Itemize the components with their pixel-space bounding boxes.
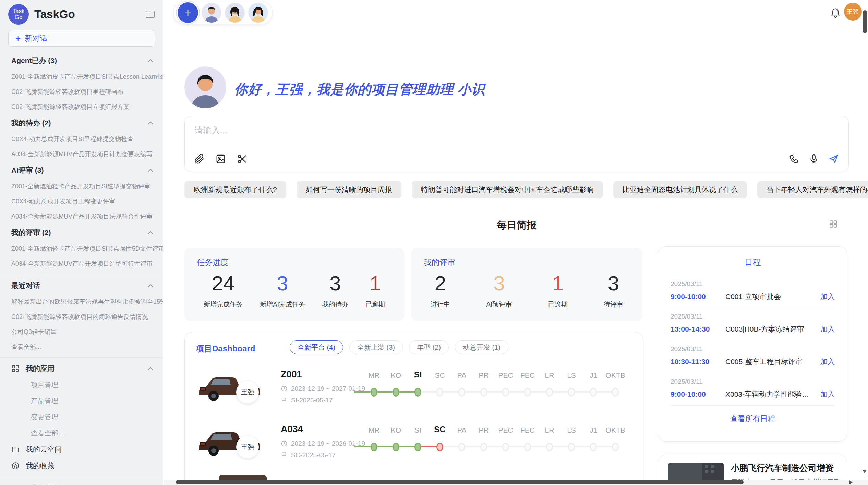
- milestone-dot: [436, 388, 443, 397]
- list-item[interactable]: A034-全新新能源MUV产品开发项目计划变更表编写: [0, 147, 163, 162]
- user-avatar[interactable]: 王强: [844, 3, 862, 21]
- chevron-up-icon: [147, 168, 154, 172]
- sidebar-item-ai-super-staff[interactable]: AI超级员工: [0, 480, 163, 485]
- suggestion-chip[interactable]: 如何写一份清晰的项目周报: [297, 181, 401, 198]
- project-row[interactable]: 王强 A034 2023-12-19 ~ 2026-01-19 SC-2025-…: [185, 419, 643, 473]
- milestone-label: PR: [473, 426, 495, 434]
- list-item[interactable]: 解释最新出台的欧盟报废车法规再生塑料比例被调至15%...: [0, 294, 163, 309]
- avatar[interactable]: [248, 3, 268, 23]
- suggestion-chip[interactable]: 比亚迪全固态电池计划具体说了什么: [613, 181, 747, 198]
- avatar[interactable]: [202, 3, 221, 23]
- join-link[interactable]: 加入: [820, 357, 835, 366]
- attachment-icon[interactable]: [194, 154, 205, 164]
- add-session-button[interactable]: +: [178, 2, 198, 23]
- scissors-icon[interactable]: [237, 154, 247, 164]
- layout-grid-icon[interactable]: [829, 220, 838, 228]
- schedule-entry: 2025/03/11 9:00-10:00 C001-立项审批会 加入: [671, 275, 835, 308]
- suggestion-chip[interactable]: 当下年轻人对汽车外观有怎样的喜好趋势: [757, 181, 868, 198]
- milestone: MR: [363, 366, 385, 404]
- section-agent-done[interactable]: Agent已办 (3): [0, 52, 163, 69]
- project-row[interactable]: 王强 Z001 2023-12-19 ~ 2027-01-19 SI-2025-…: [185, 364, 643, 419]
- divider: [0, 274, 163, 274]
- tab-new-platform[interactable]: 全新平台 (4): [290, 340, 343, 354]
- milestone: OKTB: [604, 366, 626, 404]
- tab-year-model[interactable]: 年型 (2): [409, 340, 449, 354]
- section-ai-review[interactable]: AI评审 (3): [0, 162, 163, 179]
- list-item[interactable]: A034-全新新能源MUV产品开发项目法规符合性评审: [0, 209, 163, 224]
- section-my-todo[interactable]: 我的待办 (2): [0, 114, 163, 132]
- join-link[interactable]: 加入: [820, 389, 835, 399]
- suggestion-chip[interactable]: 特朗普可能对进口汽车增税会对中国车企造成哪些影响: [412, 181, 603, 198]
- vertical-scrollbar-thumb[interactable]: [863, 10, 867, 33]
- chat-input[interactable]: [194, 125, 743, 135]
- milestone-label: OKTB: [604, 426, 626, 434]
- sidebar-item-label: 我的收藏: [26, 461, 55, 471]
- view-all-schedules-link[interactable]: 查看所有日程: [658, 414, 847, 424]
- milestone: LS: [560, 421, 582, 459]
- milestone: SI: [407, 366, 429, 404]
- apps-grid-icon: [11, 364, 20, 373]
- tab-new-body[interactable]: 全新上装 (3): [349, 340, 403, 354]
- join-link[interactable]: 加入: [820, 292, 835, 301]
- view-all-link[interactable]: 查看全部...: [0, 339, 163, 355]
- sidebar-item-my-apps[interactable]: 我的应用: [0, 360, 163, 377]
- new-chat-button[interactable]: + 新对话: [8, 30, 155, 47]
- list-item[interactable]: C0X4-动力总成开发项目SI里程碑提交物检查: [0, 132, 163, 147]
- milestone-dot: [546, 388, 553, 397]
- sidebar-item-label: 我的应用: [26, 364, 141, 373]
- milestone-label: SC: [429, 371, 451, 380]
- list-item[interactable]: C02-飞腾新能源轻客改款项目立项汇报方案: [0, 99, 163, 114]
- milestone-dot: [371, 388, 377, 397]
- list-item[interactable]: 公司Q3轻卡销量: [0, 324, 163, 339]
- join-link[interactable]: 加入: [820, 324, 835, 334]
- list-item[interactable]: C02-飞腾新能源轻客改款项目里程碑画布: [0, 84, 163, 99]
- stat: 2 进行中: [431, 270, 450, 309]
- session-switcher: +: [173, 1, 273, 24]
- list-item[interactable]: Z001-全新燃油轻卡产品开发项目SI造型提交物评审: [0, 179, 163, 194]
- suggestion-chip[interactable]: 欧洲新规最近颁布了什么?: [184, 181, 286, 198]
- scroll-right-arrow-icon[interactable]: [849, 480, 853, 484]
- section-recent-chats[interactable]: 最近对话: [0, 277, 163, 294]
- list-item[interactable]: Z001-全新燃油轻卡产品开发项目SI节点属性5D文件评审: [0, 241, 163, 256]
- notification-bell-icon[interactable]: [830, 8, 841, 18]
- card-title: 我的评审: [411, 248, 642, 268]
- milestone-label: KO: [385, 371, 407, 380]
- sidebar-item-cloud-space[interactable]: 我的云空间: [0, 441, 163, 458]
- tab-powertrain[interactable]: 动总开发 (1): [455, 340, 508, 354]
- collapse-sidebar-icon[interactable]: [145, 10, 155, 19]
- microphone-icon[interactable]: [809, 154, 819, 164]
- view-all-link[interactable]: 查看全部...: [0, 425, 163, 441]
- milestone-label: OKTB: [604, 371, 626, 380]
- schedule-entry: 2025/03/11 13:00-14:30 C003|H0B-方案冻结评审 加…: [671, 308, 835, 340]
- list-item[interactable]: A034-全新新能源MUV产品开发项目造型可行性评审: [0, 256, 163, 271]
- list-item[interactable]: Z001-全新燃油皮卡产品开发项目SI节点Lesson Learn报告: [0, 69, 163, 84]
- task-progress-card: 任务进度 24 新增完成任务 3 新增AI完成任务 3 我的待办 1 已逾期: [184, 248, 404, 321]
- avatar[interactable]: [225, 3, 245, 23]
- sidebar-item-product-mgmt[interactable]: 产品管理: [0, 393, 163, 409]
- milestone-label: SI: [407, 426, 429, 434]
- clock-icon: [281, 440, 288, 447]
- list-item[interactable]: C02-飞腾新能源轻客改款项目的闭环通告反馈情况: [0, 309, 163, 324]
- section-my-review[interactable]: 我的评审 (2): [0, 224, 163, 241]
- sidebar-item-favorites[interactable]: 我的收藏: [0, 458, 163, 474]
- schedule-date: 2025/03/11: [671, 313, 835, 320]
- section-title: Agent已办 (3): [11, 56, 57, 65]
- milestone-dot: [502, 443, 509, 451]
- milestone-dot: [414, 388, 421, 397]
- logo-line1: Task: [13, 8, 25, 14]
- project-code: Z001: [281, 369, 302, 380]
- stat-label: 我的待办: [322, 300, 348, 309]
- card-title: 任务进度: [184, 248, 404, 268]
- dashboard-tabs: 全新平台 (4) 全新上装 (3) 年型 (2) 动总开发 (1): [290, 340, 508, 354]
- sidebar-item-change-mgmt[interactable]: 变更管理: [0, 409, 163, 425]
- list-item[interactable]: C0X4-动力总成开发项目工程变更评审: [0, 194, 163, 209]
- scroll-down-arrow-icon[interactable]: [863, 470, 867, 473]
- horizontal-scrollbar-thumb[interactable]: [176, 480, 744, 484]
- sidebar-item-project-mgmt[interactable]: 项目管理: [0, 377, 163, 393]
- image-icon[interactable]: [216, 154, 226, 164]
- phone-icon[interactable]: [789, 154, 799, 164]
- milestone-label: KO: [385, 426, 407, 434]
- plus-icon: +: [15, 34, 21, 43]
- send-icon[interactable]: [829, 154, 839, 164]
- milestone-dot: [414, 443, 421, 451]
